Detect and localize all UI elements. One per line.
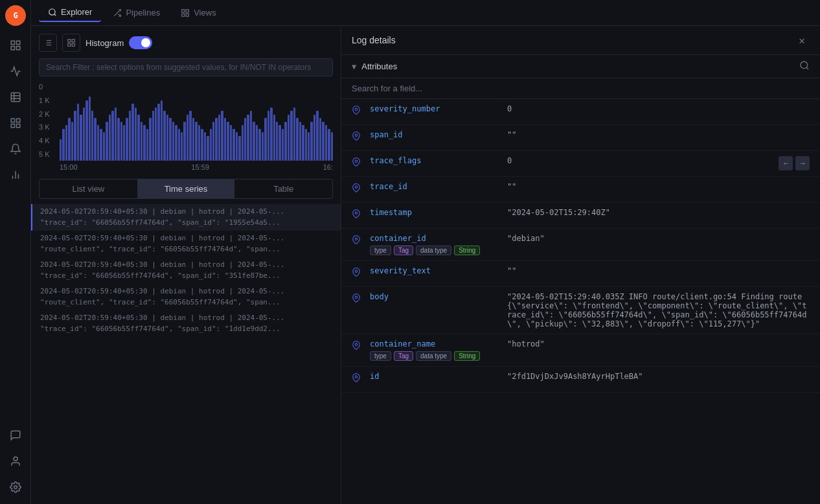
attribute-name-column: trace_id [370,182,499,191]
grid-view-btn[interactable] [62,34,80,52]
attribute-name-column: body [370,292,499,301]
chart-bar [172,122,174,161]
sidebar-icon-table[interactable] [4,86,27,109]
chart-bar [296,118,298,161]
log-line: "trace_id": "66056b55ff74764d", "span_id… [40,271,333,282]
sidebar-icon-settings[interactable] [4,475,27,499]
chart-bar [192,118,194,161]
attribute-row[interactable]: container_idtypeTagdata typeString"debia… [341,229,820,261]
nav-tab-pipelines[interactable]: Pipelines [104,4,169,21]
sidebar-icon-bubble[interactable] [4,424,27,447]
attribute-action-left[interactable]: ← [779,156,793,170]
chart-bar [308,132,310,161]
attribute-tags: typeTagdata typeString [370,246,499,255]
chart-bar [123,125,125,161]
toolbar-row: Histogram [31,31,341,54]
attribute-value-column: "" [507,182,810,191]
chart-bar [120,122,122,161]
attribute-tag: type [370,351,391,361]
attribute-tags: typeTagdata typeString [370,351,499,361]
y-axis: 5 K 4 K 3 K 2 K 1 K 0 [39,83,58,158]
attribute-row[interactable]: id"2fd1DvjDxJv9Ash8YAyrHpTleBА" [341,367,820,393]
svg-point-43 [355,212,358,214]
search-filter[interactable]: Search Filter : select options from sugg… [39,58,333,76]
attribute-row[interactable]: container_nametypeTagdata typeString"hot… [341,334,820,367]
attribute-name-column: id [370,372,499,381]
chart-bar [250,111,252,161]
attribute-row[interactable]: body"2024-05-02T15:29:40.035Z INFO route… [341,287,820,334]
sidebar-icon-grid[interactable] [4,111,27,135]
chevron-icon[interactable]: ▼ [352,62,356,71]
log-entry[interactable]: 2024-05-02T20:59:40+05:30 | debian | hot… [31,284,341,310]
attribute-row[interactable]: severity_text"" [341,261,820,287]
chart-bar [183,122,185,161]
list-view-btn[interactable] [39,34,57,52]
sidebar-icon-bell[interactable] [4,137,27,161]
attribute-name-column: trace_flags [370,156,499,165]
attribute-row[interactable]: severity_number0 [341,99,820,125]
svg-point-42 [355,186,358,189]
attribute-name-column: container_nametypeTagdata typeString [370,339,499,361]
nav-tab-explorer[interactable]: Explorer [39,3,101,22]
histogram-toggle[interactable] [129,36,152,49]
chart-bar [163,111,165,161]
sidebar-icon-user[interactable] [4,450,27,473]
log-details-panel: Log details ✕ ▼ Attributes severity_numb [341,26,820,504]
attribute-value: "" [507,182,810,191]
chart-bar [109,115,111,161]
attribute-value: "debian" [507,234,810,243]
sidebar-icon-chart-line[interactable] [4,163,27,187]
svg-rect-35 [68,43,71,46]
chart-bar [146,129,148,161]
svg-rect-13 [16,124,19,128]
close-button[interactable]: ✕ [794,32,810,48]
nav-tab-views[interactable]: Views [172,4,225,21]
chart-bar [89,97,91,161]
chart-bar [204,132,206,161]
attribute-name: id [370,372,499,381]
svg-point-18 [14,486,17,489]
log-entry[interactable]: 2024-05-02T20:59:40+05:30 | debian | hot… [31,257,341,284]
app-logo[interactable]: G [5,5,26,26]
attribute-row[interactable]: span_id"" [341,125,820,151]
attribute-row[interactable]: trace_flags0←→ [341,151,820,177]
y-label-0: 0 [39,83,58,91]
attribute-row[interactable]: timestamp"2024-05-02T15:29:40Z" [341,203,820,229]
y-label-1k: 1 K [39,97,58,104]
svg-point-39 [355,108,358,111]
log-entry[interactable]: 2024-05-02T20:59:40+05:30 | debian | hot… [31,204,341,231]
attribute-action-right[interactable]: → [795,156,810,170]
chart-bar [218,115,220,161]
chart-bar [262,132,264,161]
sidebar-icon-activity[interactable] [4,60,27,83]
sidebar-icon-chart[interactable] [4,34,27,57]
chart-bar [279,125,280,161]
chart-bars [60,83,333,161]
svg-rect-3 [16,41,19,44]
view-tab-timeseries[interactable]: Time series [137,179,235,198]
field-search-input[interactable] [352,84,810,93]
svg-point-45 [355,270,358,273]
attribute-row[interactable]: trace_id"" [341,177,820,203]
chart-bar [195,122,197,161]
svg-point-17 [14,457,17,461]
chart-bar [288,115,290,161]
attributes-search-button[interactable] [799,60,810,73]
svg-line-38 [806,67,808,69]
attributes-header: ▼ Attributes [341,55,820,78]
log-line: "route_client", "trace_id": "66056b55ff7… [40,244,333,255]
view-tab-list[interactable]: List view [40,179,137,198]
svg-rect-5 [16,47,19,50]
view-tab-table[interactable]: Table [234,179,332,198]
chart-bar [129,111,131,161]
attribute-name: container_name [370,339,499,349]
log-entry[interactable]: 2024-05-02T20:59:40+05:30 | debian | hot… [31,231,341,257]
pin-icon [352,373,362,384]
x-label-16: 16: [323,163,333,171]
attribute-value: "" [507,130,810,139]
log-entry[interactable]: 2024-05-02T20:59:40+05:30 | debian | hot… [31,310,341,337]
chart-bar [68,118,70,161]
chart-bar [152,111,154,161]
attribute-tag: Tag [394,351,413,361]
attribute-name: severity_number [370,104,499,113]
